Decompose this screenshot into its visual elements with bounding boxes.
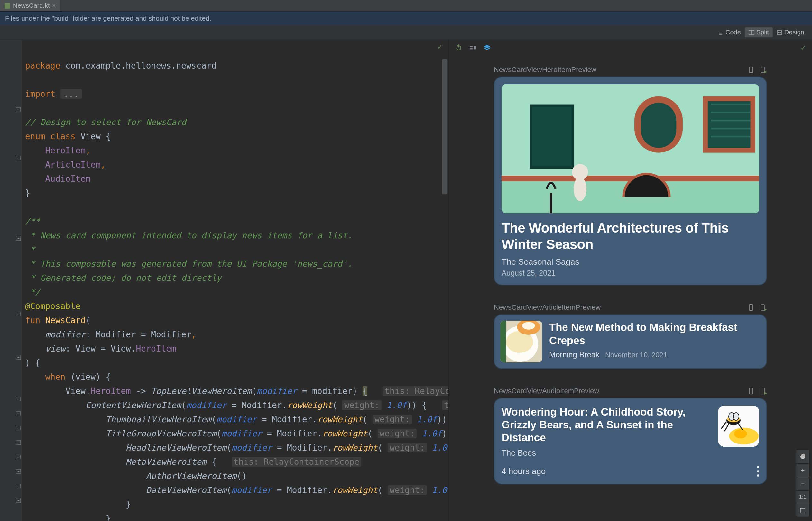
brace: } — [25, 188, 30, 198]
ext-call: rowWeight — [332, 443, 378, 453]
enum-name: View — [81, 132, 106, 141]
deploy-device-icon[interactable] — [748, 66, 755, 73]
hero-card: The Wonderful Architectures of This Wint… — [494, 76, 767, 285]
view-code-button[interactable]: Code — [714, 27, 745, 37]
run-preview-icon[interactable] — [760, 66, 767, 73]
named-arg: modifier — [232, 443, 272, 453]
fold-marker-icon[interactable] — [16, 312, 21, 316]
float-lit: 1.0f — [416, 429, 442, 438]
pan-hand-icon[interactable] — [796, 450, 809, 463]
code-text-area[interactable]: package com.example.hellonews.newscard i… — [22, 40, 449, 521]
chain: = Modifier. — [257, 414, 317, 424]
fold-marker-icon[interactable] — [16, 355, 21, 360]
fold-marker-icon[interactable] — [16, 498, 21, 503]
svg-rect-34 — [749, 388, 753, 394]
code-icon — [718, 29, 724, 36]
article-card: The New Method to Making Breakfast Crepe… — [494, 314, 767, 369]
named-arg: modifier — [232, 485, 272, 495]
zoom-in-button[interactable]: ＋ — [796, 463, 809, 476]
analysis-ok-icon — [437, 43, 443, 51]
more-options-icon[interactable] — [757, 466, 759, 477]
fold-marker-icon[interactable] — [16, 469, 21, 474]
named-arg: modifier — [217, 414, 257, 424]
parens: () — [236, 471, 246, 481]
paren: ( — [226, 485, 232, 495]
enum-audioitem: AudioItem — [25, 174, 91, 184]
fold-marker-icon[interactable] — [16, 397, 21, 401]
paren: ( — [226, 443, 232, 453]
fun-name: NewsCard — [45, 316, 86, 325]
indent — [25, 457, 126, 467]
float-lit: 1.0f — [382, 401, 407, 410]
hero-headline: The Wonderful Architectures of This Wint… — [501, 220, 759, 252]
refresh-icon[interactable] — [455, 44, 463, 52]
brace: } — [25, 499, 131, 509]
layers-icon[interactable] — [483, 44, 491, 52]
view-split-button[interactable]: Split — [745, 27, 773, 37]
kw-import: import — [25, 89, 55, 99]
comma: , — [191, 330, 197, 339]
preview-canvas[interactable]: NewsCardViewHeroItemPreview — [449, 56, 812, 521]
enum-ref: HeroItem — [91, 386, 131, 396]
zoom-fit-button[interactable] — [796, 504, 809, 517]
call: TitleGroupViewHeroItem — [106, 429, 216, 438]
arg-rest: = modifier) — [297, 386, 363, 396]
comment-line: // Design to select for NewsCard — [25, 117, 186, 127]
call: DateViewHeroItem — [146, 485, 226, 495]
fold-marker-icon[interactable] — [16, 108, 21, 112]
svg-marker-8 — [764, 71, 767, 73]
paren: ( — [217, 429, 222, 438]
kdoc: * Generated code; do not edit directly — [25, 273, 221, 283]
indent — [25, 429, 106, 438]
call: MetaViewHeroItem — [126, 457, 206, 467]
view-code-label: Code — [725, 29, 741, 36]
fold-marker-icon[interactable] — [16, 156, 21, 160]
svg-point-39 — [734, 429, 747, 438]
svg-marker-36 — [764, 392, 767, 394]
float-lit: 1.0f — [412, 414, 437, 424]
zoom-out-button[interactable]: － — [796, 477, 809, 490]
brace: { — [106, 132, 111, 141]
import-collapsed[interactable]: ... — [61, 89, 82, 99]
svg-rect-3 — [470, 46, 473, 47]
deploy-device-icon[interactable] — [748, 304, 755, 311]
indent — [25, 414, 106, 424]
inline-hint: this: RelayContainerScope — [232, 457, 361, 467]
interactive-preview-icon[interactable] — [469, 44, 477, 52]
indent — [25, 401, 86, 410]
editor-scrollbar[interactable] — [442, 59, 447, 194]
compose-preview-pane: NewsCardViewHeroItemPreview — [449, 40, 812, 521]
article-headline: The New Method to Making Breakfast Crepe… — [549, 321, 761, 347]
enum-ref: HeroItem — [136, 344, 176, 354]
paren: ( — [363, 414, 368, 424]
fold-marker-icon[interactable] — [16, 440, 21, 445]
view-design-button[interactable]: Design — [773, 27, 808, 37]
editor-tab-newscard[interactable]: NewsCard.kt × — [0, 0, 60, 11]
param-view: view — [25, 344, 65, 354]
indent — [25, 485, 146, 495]
fold-marker-icon[interactable] — [16, 455, 21, 459]
param-type: : View = View. — [65, 344, 136, 354]
fold-marker-icon[interactable] — [16, 426, 21, 430]
ext-call: rowWeight — [322, 429, 368, 438]
preview-hero-block: NewsCardViewHeroItemPreview — [494, 66, 767, 285]
inline-hint: weight: — [388, 485, 427, 495]
hero-thumbnail — [501, 84, 759, 213]
preview-toolbar — [449, 40, 812, 56]
kw-when: when — [45, 372, 66, 382]
zoom-ratio-button[interactable]: 1:1 — [796, 491, 809, 503]
inline-hint: weight: — [378, 429, 417, 438]
close-tab-icon[interactable]: × — [52, 2, 56, 9]
enum-heroitem: HeroItem — [25, 146, 86, 155]
indent — [25, 471, 146, 481]
ext-call: rowWeight — [332, 485, 378, 495]
run-preview-icon[interactable] — [760, 304, 767, 311]
fold-marker-icon[interactable] — [16, 411, 21, 416]
fold-marker-icon[interactable] — [16, 236, 21, 241]
fold-marker-icon[interactable] — [16, 484, 21, 488]
brace-open: { — [206, 457, 232, 467]
run-preview-icon[interactable] — [760, 387, 767, 394]
paren-close: )) — [442, 429, 449, 438]
kdoc: * — [25, 245, 35, 254]
deploy-device-icon[interactable] — [748, 387, 755, 394]
